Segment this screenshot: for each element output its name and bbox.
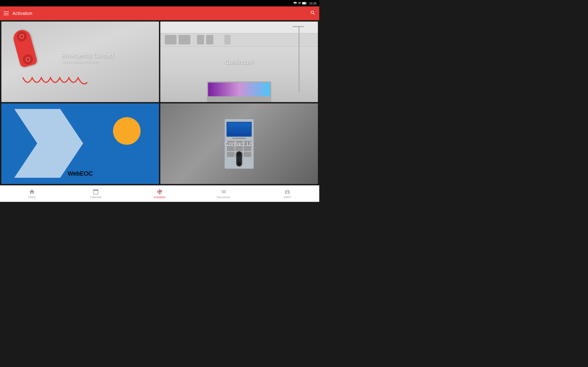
phone-cord xyxy=(9,75,87,89)
home-icon xyxy=(29,189,35,195)
svg-point-9 xyxy=(286,192,287,193)
resources-icon xyxy=(221,189,226,195)
menu-button[interactable] xyxy=(4,11,9,15)
wall-panel xyxy=(160,33,318,47)
page-title: Activation xyxy=(12,11,32,16)
svg-rect-1 xyxy=(303,2,306,4)
contact-text: Contact Us xyxy=(160,140,318,147)
nav-home[interactable]: Home xyxy=(23,189,41,199)
ceiling xyxy=(160,22,318,33)
nav-home-label: Home xyxy=(28,196,36,199)
continuum-card[interactable]: Continuum xyxy=(160,22,318,102)
emergency-contact-card[interactable]: Emergency Contact *Ask for Disaster Serv… xyxy=(1,22,159,102)
webeoc-logo xyxy=(14,109,83,179)
battery-icon xyxy=(302,2,307,5)
bottom-navigation: Home Calendar Activation Resources SMAT xyxy=(0,185,319,202)
nav-smat-label: SMAT xyxy=(284,196,291,199)
nav-activation[interactable]: Activation xyxy=(150,189,169,199)
emergency-text: Emergency Contact *Ask for Disaster Serv… xyxy=(61,52,114,64)
emergency-subtitle: *Ask for Disaster Services* xyxy=(61,60,114,64)
phone-illustration xyxy=(9,30,55,87)
time-display: 10:26 xyxy=(309,2,317,5)
nav-resources-label: Resources xyxy=(217,196,230,199)
signal-icon xyxy=(298,2,301,5)
nav-smat[interactable]: SMAT xyxy=(278,189,296,199)
content-grid: Emergency Contact *Ask for Disaster Serv… xyxy=(0,20,319,185)
chevron-icon xyxy=(14,109,83,178)
search-button[interactable] xyxy=(310,10,316,17)
activation-icon xyxy=(157,189,163,195)
svg-point-4 xyxy=(159,191,160,192)
svg-rect-2 xyxy=(306,3,307,4)
bed-frame xyxy=(207,81,271,102)
status-bar: 10:26 xyxy=(0,0,319,6)
contact-us-card[interactable]: Contact Us xyxy=(160,103,318,184)
nav-resources[interactable]: Resources xyxy=(214,189,233,199)
webeoc-card[interactable]: WebEOC xyxy=(1,103,159,184)
search-icon xyxy=(310,10,316,16)
contact-title: Contact Us xyxy=(160,140,318,147)
nav-calendar-label: Calendar xyxy=(90,196,102,199)
app-bar-left: Activation xyxy=(4,11,32,16)
emergency-title: Emergency Contact xyxy=(61,52,114,59)
webeoc-text: WebEOC xyxy=(1,170,159,177)
svg-marker-3 xyxy=(14,109,83,178)
calendar-icon xyxy=(93,189,99,195)
iv-pole-cross xyxy=(293,26,304,27)
nav-calendar[interactable]: Calendar xyxy=(86,189,105,199)
nav-activation-label: Activation xyxy=(154,196,166,199)
continuum-title: Continuum xyxy=(160,58,318,65)
wifi-icon xyxy=(293,2,297,5)
webeoc-circle xyxy=(113,117,141,145)
app-bar: Activation xyxy=(0,6,319,20)
continuum-text: Continuum xyxy=(160,58,318,65)
smat-icon xyxy=(284,189,290,195)
status-icons: 10:26 xyxy=(293,2,317,5)
webeoc-title: WebEOC xyxy=(1,170,159,177)
svg-point-10 xyxy=(288,192,289,193)
